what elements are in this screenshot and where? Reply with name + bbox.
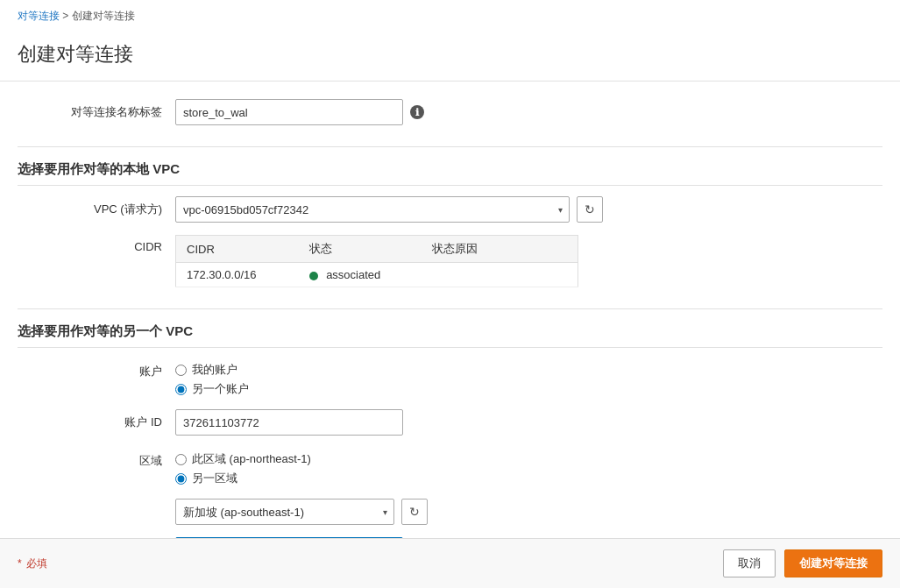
required-text: 必填 bbox=[26, 557, 47, 570]
region-another-label: 另一区域 bbox=[192, 471, 237, 486]
cidr-status: associated bbox=[299, 263, 422, 287]
account-id-label: 账户 ID bbox=[18, 409, 175, 430]
region-dropdown-label bbox=[18, 499, 175, 504]
name-input[interactable] bbox=[175, 99, 403, 125]
account-my-radio[interactable] bbox=[175, 365, 187, 376]
cidr-table-header-row: CIDR 状态 状态原因 bbox=[176, 236, 578, 263]
account-another-label: 另一个账户 bbox=[192, 381, 249, 397]
page-header: 创建对等连接 bbox=[0, 32, 900, 81]
cidr-table-container: CIDR 状态 状态原因 172.30.0.0/16 associated bbox=[175, 235, 613, 287]
region-current-radio[interactable] bbox=[175, 454, 187, 465]
account-label: 账户 bbox=[18, 358, 175, 379]
page-title: 创建对等连接 bbox=[18, 41, 882, 67]
name-control: ℹ bbox=[175, 99, 613, 125]
footer-required-note: * 必填 bbox=[18, 556, 49, 571]
region-dropdown-row: 新加坡 (ap-southeast-1) ▾ ↻ bbox=[18, 499, 882, 525]
breadcrumb-parent-link[interactable]: 对等连接 bbox=[18, 10, 60, 22]
region-another-radio[interactable] bbox=[175, 473, 187, 485]
footer-actions: 取消 创建对等连接 bbox=[723, 549, 882, 577]
cidr-table: CIDR 状态 状态原因 172.30.0.0/16 associated bbox=[175, 235, 578, 287]
breadcrumb-separator: > bbox=[62, 10, 71, 22]
breadcrumb-current: 创建对等连接 bbox=[72, 10, 135, 22]
account-id-control bbox=[175, 409, 613, 436]
status-reason-col-header: 状态原因 bbox=[422, 236, 578, 263]
vpc-requester-refresh-button[interactable]: ↻ bbox=[577, 196, 603, 223]
region-radio-group: 此区域 (ap-northeast-1) 另一区域 bbox=[175, 448, 613, 486]
region-refresh-button[interactable]: ↻ bbox=[401, 499, 428, 525]
region-label: 区域 bbox=[18, 448, 175, 469]
required-asterisk: * bbox=[18, 557, 22, 570]
cidr-status-reason bbox=[422, 263, 578, 287]
status-col-header: 状态 bbox=[299, 236, 422, 263]
account-another-option[interactable]: 另一个账户 bbox=[175, 381, 613, 397]
name-row: 对等连接名称标签 ℹ bbox=[18, 99, 882, 125]
account-id-input[interactable] bbox=[175, 409, 403, 436]
region-row: 区域 此区域 (ap-northeast-1) 另一区域 bbox=[18, 448, 882, 486]
vpc-requester-select-wrapper: vpc-06915bd057cf72342 ▾ bbox=[175, 196, 570, 223]
cidr-col-header: CIDR bbox=[176, 236, 299, 263]
region-control: 此区域 (ap-northeast-1) 另一区域 bbox=[175, 448, 613, 486]
cidr-label: CIDR bbox=[18, 235, 175, 253]
footer-bar: * 必填 取消 创建对等连接 bbox=[0, 538, 900, 588]
region-select[interactable]: 新加坡 (ap-southeast-1) bbox=[175, 499, 394, 525]
peer-vpc-section-title: 选择要用作对等的另一个 VPC bbox=[18, 323, 882, 348]
account-radio-group: 我的账户 另一个账户 bbox=[175, 358, 613, 397]
cidr-row: CIDR CIDR 状态 状态原因 172.30.0.0/16 associ bbox=[18, 235, 882, 287]
vpc-requester-row: VPC (请求方) vpc-06915bd057cf72342 ▾ ↻ bbox=[18, 196, 882, 223]
name-label: 对等连接名称标签 bbox=[18, 99, 175, 120]
status-dot-icon bbox=[309, 272, 318, 280]
cidr-table-body: 172.30.0.0/16 associated bbox=[176, 263, 578, 287]
cidr-value: 172.30.0.0/16 bbox=[176, 263, 299, 287]
account-id-row: 账户 ID bbox=[18, 409, 882, 436]
account-my-option[interactable]: 我的账户 bbox=[175, 362, 613, 378]
region-current-label: 此区域 (ap-northeast-1) bbox=[192, 451, 311, 467]
cidr-table-head: CIDR 状态 状态原因 bbox=[176, 236, 578, 263]
vpc-requester-select[interactable]: vpc-06915bd057cf72342 bbox=[175, 196, 570, 223]
info-icon[interactable]: ℹ bbox=[410, 105, 424, 119]
account-control: 我的账户 另一个账户 bbox=[175, 358, 613, 397]
table-row: 172.30.0.0/16 associated bbox=[176, 263, 578, 287]
region-dropdown-control: 新加坡 (ap-southeast-1) ▾ ↻ bbox=[175, 499, 613, 525]
name-section: 对等连接名称标签 ℹ bbox=[0, 81, 900, 146]
account-another-radio[interactable] bbox=[175, 384, 187, 395]
vpc-requester-label: VPC (请求方) bbox=[18, 196, 175, 217]
account-my-label: 我的账户 bbox=[192, 362, 237, 378]
cancel-button[interactable]: 取消 bbox=[723, 549, 776, 577]
submit-button[interactable]: 创建对等连接 bbox=[784, 549, 882, 577]
vpc-requester-control: vpc-06915bd057cf72342 ▾ ↻ bbox=[175, 196, 613, 223]
region-another-option[interactable]: 另一区域 bbox=[175, 471, 613, 486]
breadcrumb: 对等连接 > 创建对等连接 bbox=[0, 0, 900, 32]
region-select-wrapper: 新加坡 (ap-southeast-1) ▾ bbox=[175, 499, 394, 525]
local-vpc-section-title: 选择要用作对等的本地 VPC bbox=[18, 161, 882, 186]
local-vpc-section: 选择要用作对等的本地 VPC VPC (请求方) vpc-06915bd057c… bbox=[0, 147, 900, 308]
account-row: 账户 我的账户 另一个账户 bbox=[18, 358, 882, 397]
region-current-option[interactable]: 此区域 (ap-northeast-1) bbox=[175, 451, 613, 467]
status-label: associated bbox=[326, 268, 380, 281]
